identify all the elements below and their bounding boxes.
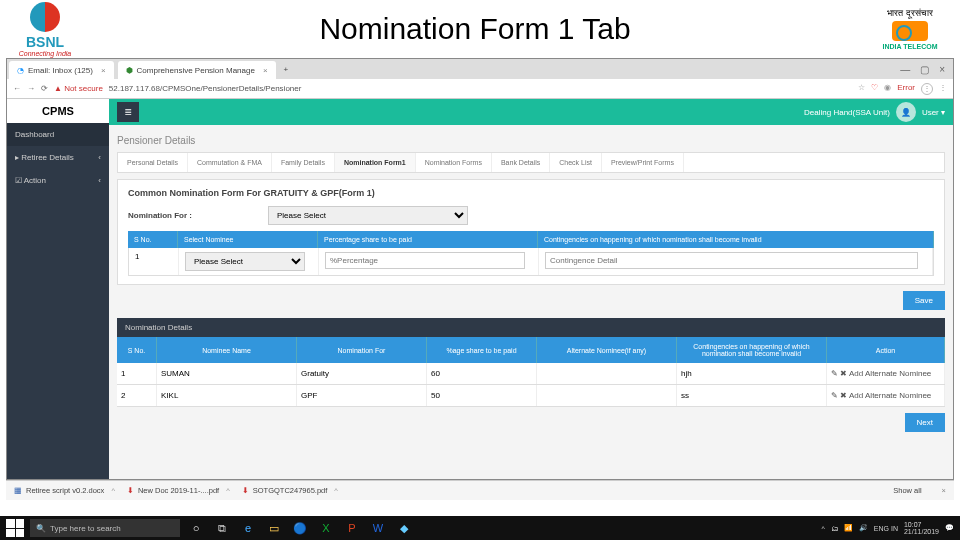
app-brand: CPMS xyxy=(7,99,109,123)
show-all-downloads[interactable]: Show all xyxy=(893,486,921,495)
word-icon[interactable]: W xyxy=(368,519,388,537)
close-icon[interactable]: × xyxy=(939,64,945,75)
shield-icon[interactable]: ◉ xyxy=(884,83,891,95)
search-icon: 🔍 xyxy=(36,524,46,533)
sidebar-item-action[interactable]: ☑ Action‹ xyxy=(7,169,109,192)
form-heading: Common Nomination Form For GRATUITY & GP… xyxy=(128,188,934,198)
url-text[interactable]: 52.187.117.68/CPMSOne/PensionerDetails/P… xyxy=(109,84,852,93)
user-role: Dealing Hand(SSA Unit) xyxy=(804,108,890,117)
tab-nominationA[interactable]: Nomination Forms xyxy=(416,153,492,172)
download-item[interactable]: ⬇SOTGQTC247965.pdf^ xyxy=(242,486,338,495)
sidebar-item-retiree[interactable]: ▸ Retiree Details‹ xyxy=(7,146,109,169)
forward-icon[interactable]: → xyxy=(27,84,35,93)
maximize-icon[interactable]: ▢ xyxy=(920,64,929,75)
wifi-icon[interactable]: 📶 xyxy=(844,524,853,532)
sidebar: CPMS Dashboard ▸ Retiree Details‹ ☑ Acti… xyxy=(7,99,109,479)
downloads-bar: ▦Retiree script v0.2.docx^ ⬇New Doc 2019… xyxy=(6,480,954,500)
close-icon[interactable]: × xyxy=(101,66,106,75)
extension-error[interactable]: Error xyxy=(897,83,915,95)
powerpoint-icon[interactable]: P xyxy=(342,519,362,537)
download-item[interactable]: ▦Retiree script v0.2.docx^ xyxy=(14,486,115,495)
tab-family[interactable]: Family Details xyxy=(272,153,335,172)
language-indicator[interactable]: ENG IN xyxy=(874,525,898,532)
slide-title: Nomination Form 1 Tab xyxy=(80,12,870,46)
nominee-table-row: 1 Please Select xyxy=(128,248,934,276)
tab-bank[interactable]: Bank Details xyxy=(492,153,550,172)
new-tab-button[interactable]: + xyxy=(284,65,289,74)
page-title: Pensioner Details xyxy=(117,131,945,152)
taskbar-search[interactable]: 🔍Type here to search xyxy=(30,519,180,537)
menu-toggle-icon[interactable]: ≡ xyxy=(117,102,139,122)
percentage-input[interactable] xyxy=(325,252,525,269)
user-icon[interactable]: ⋮ xyxy=(921,83,933,95)
tab-personal[interactable]: Personal Details xyxy=(118,153,188,172)
sidebar-item-dashboard[interactable]: Dashboard xyxy=(7,123,109,146)
start-button[interactable] xyxy=(6,519,24,537)
nomination-row: 1 SUMAN Gratuity 60 hjh ✎ ✖ Add Alternat… xyxy=(117,363,945,385)
security-warning[interactable]: ▲ Not secure xyxy=(54,84,103,93)
tab-commutation[interactable]: Commutation & FMA xyxy=(188,153,272,172)
nomination-list-header: Nomination Details xyxy=(117,318,945,337)
minimize-icon[interactable]: — xyxy=(900,64,910,75)
taskview-icon[interactable]: ⧉ xyxy=(212,519,232,537)
nomination-row: 2 KIKL GPF 50 ss ✎ ✖ Add Alternate Nomin… xyxy=(117,385,945,407)
nomination-list-thead: S No. Nominee Name Nomination For %age s… xyxy=(117,337,945,363)
clock[interactable]: 10:0721/11/2019 xyxy=(904,521,939,535)
chrome-icon[interactable]: 🔵 xyxy=(290,519,310,537)
avatar-icon[interactable]: 👤 xyxy=(896,102,916,122)
next-button[interactable]: Next xyxy=(905,413,945,432)
explorer-icon[interactable]: ▭ xyxy=(264,519,284,537)
bsnl-logo: BSNL Connecting India xyxy=(10,2,80,57)
taskbar: 🔍Type here to search ○ ⧉ e ▭ 🔵 X P W ◆ ^… xyxy=(0,516,960,540)
close-icon[interactable]: × xyxy=(263,66,268,75)
tab-checklist[interactable]: Check List xyxy=(550,153,602,172)
edge-icon[interactable]: e xyxy=(238,519,258,537)
close-icon[interactable]: × xyxy=(942,486,946,495)
select-nominee[interactable]: Please Select xyxy=(185,252,305,271)
save-button[interactable]: Save xyxy=(903,291,945,310)
sound-icon[interactable]: 🔊 xyxy=(859,524,868,532)
row-actions[interactable]: ✎ ✖ Add Alternate Nominee xyxy=(831,369,931,378)
browser-tab-email[interactable]: ◔Email: Inbox (125)× xyxy=(9,61,114,79)
tray-chevron-icon[interactable]: ^ xyxy=(822,525,825,532)
detail-tabs: Personal Details Commutation & FMA Famil… xyxy=(117,152,945,173)
back-icon[interactable]: ← xyxy=(13,84,21,93)
tab-nomination1[interactable]: Nomination Form1 xyxy=(335,153,416,172)
nomination-for-select[interactable]: Please Select xyxy=(268,206,468,225)
heart-icon[interactable]: ♡ xyxy=(871,83,878,95)
address-bar: ← → ⟳ ▲ Not secure 52.187.117.68/CPMSOne… xyxy=(7,79,953,99)
browser-tab-bar: ◔Email: Inbox (125)× ⬢Comprehensive Pens… xyxy=(7,59,953,79)
nominee-table-header: S No. Select Nominee Percentage share to… xyxy=(128,231,934,248)
app-icon[interactable]: ◆ xyxy=(394,519,414,537)
dot-logo: भारत दूरसंचार INDIA TELECOM xyxy=(870,8,950,50)
battery-icon[interactable]: 🗂 xyxy=(831,525,838,532)
tab-preview[interactable]: Preview/Print Forms xyxy=(602,153,684,172)
nomination-for-label: Nomination For : xyxy=(128,211,258,220)
reload-icon[interactable]: ⟳ xyxy=(41,84,48,93)
download-item[interactable]: ⬇New Doc 2019-11-....pdf^ xyxy=(127,486,230,495)
excel-icon[interactable]: X xyxy=(316,519,336,537)
notifications-icon[interactable]: 💬 xyxy=(945,524,954,532)
user-menu[interactable]: User ▾ xyxy=(922,108,945,117)
contingency-input[interactable] xyxy=(545,252,918,269)
browser-tab-cpms[interactable]: ⬢Comprehensive Pension Manage× xyxy=(118,61,276,79)
menu-icon[interactable]: ⋮ xyxy=(939,83,947,95)
cortana-icon[interactable]: ○ xyxy=(186,519,206,537)
top-bar: ≡ Dealing Hand(SSA Unit) 👤 User ▾ xyxy=(109,99,953,125)
star-icon[interactable]: ☆ xyxy=(858,83,865,95)
row-actions[interactable]: ✎ ✖ Add Alternate Nominee xyxy=(831,391,931,400)
